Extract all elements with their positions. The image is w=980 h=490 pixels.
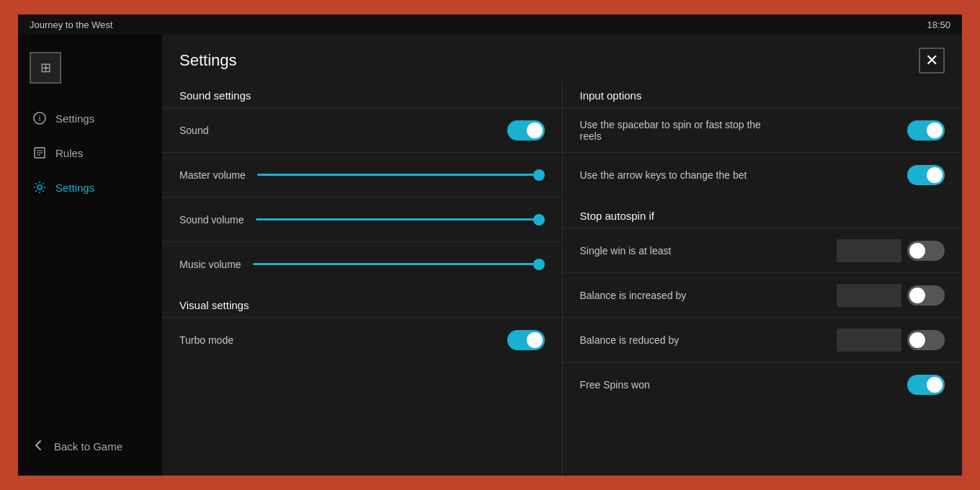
- sound-volume-label: Sound volume: [179, 214, 244, 226]
- master-volume-label: Master volume: [179, 169, 246, 181]
- balance-reduced-controls: [837, 329, 945, 352]
- arrow-keys-bet-toggle[interactable]: [907, 165, 945, 185]
- music-volume-slider-container[interactable]: [241, 263, 545, 265]
- sidebar-item-paytable-label: Settings: [55, 112, 94, 125]
- sound-settings-header: Sound settings: [162, 82, 562, 107]
- sidebar-item-rules-label: Rules: [55, 147, 83, 159]
- master-volume-slider-container[interactable]: [246, 174, 545, 176]
- sound-volume-row: Sound volume: [162, 197, 562, 241]
- turbo-mode-toggle[interactable]: [507, 330, 545, 350]
- master-volume-track: [257, 174, 545, 176]
- balance-reduced-toggle[interactable]: [907, 330, 945, 350]
- info-icon: i: [32, 111, 47, 125]
- music-volume-label: Music volume: [179, 259, 241, 270]
- back-to-game-label: Back to Game: [54, 440, 122, 453]
- settings-title: Settings: [179, 51, 237, 70]
- free-spins-label: Free Spins won: [580, 379, 650, 391]
- input-options-header: Input options: [563, 82, 963, 107]
- single-win-toggle[interactable]: [907, 241, 945, 261]
- close-icon: ✕: [925, 51, 938, 70]
- balance-reduced-input[interactable]: [837, 329, 901, 352]
- sidebar: ⊞ i Settings: [18, 35, 162, 476]
- spacebar-spin-toggle[interactable]: [907, 120, 945, 141]
- single-win-controls: [837, 239, 945, 262]
- free-spins-toggle-knob: [927, 377, 943, 393]
- gear-icon: [32, 180, 47, 195]
- right-column: Input options Use the spacebar to spin o…: [563, 82, 963, 476]
- settings-body: Sound settings Sound Master volume: [162, 82, 962, 476]
- single-win-input[interactable]: [837, 239, 901, 262]
- balance-reduced-label: Balance is reduced by: [580, 334, 680, 346]
- arrow-keys-bet-toggle-knob: [927, 167, 943, 183]
- master-volume-row: Master volume: [162, 152, 562, 197]
- balance-increased-row: Balance is increased by: [563, 272, 963, 317]
- music-volume-knob: [533, 259, 545, 270]
- close-button[interactable]: ✕: [919, 48, 945, 74]
- grid-icon: ⊞: [40, 60, 51, 76]
- left-column: Sound settings Sound Master volume: [162, 82, 563, 476]
- main-window: Journey to the West 18:50 ⊞ i Settings: [18, 14, 962, 476]
- back-to-game-button[interactable]: Back to Game: [18, 429, 162, 464]
- sound-row: Sound: [162, 107, 562, 152]
- sound-label: Sound: [179, 125, 208, 136]
- settings-header: Settings ✕: [162, 35, 962, 82]
- spacebar-spin-toggle-knob: [927, 122, 943, 138]
- sound-toggle-knob: [527, 122, 543, 138]
- balance-increased-controls: [837, 284, 945, 307]
- turbo-mode-row: Turbo mode: [162, 317, 562, 362]
- turbo-mode-label: Turbo mode: [179, 334, 233, 346]
- svg-point-6: [37, 185, 42, 190]
- settings-panel: Settings ✕ Sound settings Sound: [162, 35, 962, 476]
- balance-increased-toggle[interactable]: [907, 285, 945, 306]
- arrow-left-icon: [32, 439, 45, 454]
- master-volume-knob: [533, 169, 545, 181]
- balance-reduced-toggle-knob: [909, 332, 925, 348]
- book-icon: [32, 146, 47, 160]
- balance-increased-toggle-knob: [909, 288, 925, 303]
- single-win-row: Single win is at least: [563, 228, 963, 272]
- main-area: ⊞ i Settings: [18, 35, 962, 476]
- sidebar-item-settings-label: Settings: [55, 182, 94, 194]
- spacebar-spin-row: Use the spacebar to spin or fast stop th…: [563, 107, 963, 152]
- arrow-keys-bet-label: Use the arrow keys to change the bet: [580, 169, 747, 181]
- single-win-label: Single win is at least: [580, 245, 672, 257]
- visual-settings-header: Visual settings: [162, 292, 562, 317]
- turbo-mode-toggle-knob: [527, 332, 543, 348]
- top-bar: Journey to the West 18:50: [18, 14, 962, 35]
- single-win-toggle-knob: [909, 243, 925, 259]
- music-volume-row: Music volume: [162, 241, 562, 286]
- sound-volume-track: [256, 218, 545, 220]
- sound-volume-slider-container[interactable]: [244, 218, 545, 220]
- svg-text:i: i: [39, 114, 40, 122]
- logo-button[interactable]: ⊞: [30, 52, 61, 84]
- clock: 18:50: [927, 19, 950, 30]
- free-spins-toggle[interactable]: [907, 375, 945, 395]
- stop-autospin-header: Stop autospin if: [563, 202, 963, 228]
- balance-increased-label: Balance is increased by: [580, 290, 687, 301]
- free-spins-row: Free Spins won: [563, 362, 963, 406]
- sidebar-item-rules[interactable]: Rules: [18, 135, 162, 170]
- sound-volume-knob: [533, 214, 545, 226]
- sidebar-item-paytable[interactable]: i Settings: [18, 101, 162, 135]
- balance-increased-input[interactable]: [837, 284, 901, 307]
- arrow-keys-bet-row: Use the arrow keys to change the bet: [563, 152, 963, 197]
- sidebar-item-settings[interactable]: Settings: [18, 170, 162, 205]
- music-volume-track: [253, 263, 545, 265]
- balance-reduced-row: Balance is reduced by: [563, 317, 963, 362]
- sound-toggle[interactable]: [507, 120, 545, 141]
- app-title: Journey to the West: [30, 19, 112, 30]
- spacebar-spin-label: Use the spacebar to spin or fast stop th…: [580, 119, 782, 142]
